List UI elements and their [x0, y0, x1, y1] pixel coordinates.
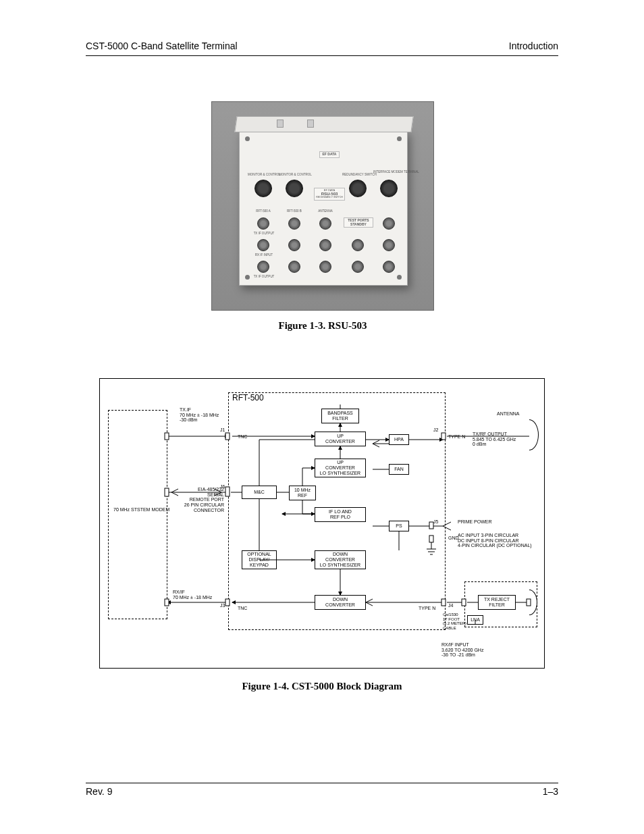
svg-rect-15: [225, 487, 230, 496]
rsu-503-photo: EF DATA EF DATA RSU-503 REDUNDANCY SWITC…: [211, 101, 434, 311]
header-left: CST-5000 C-Band Satellite Terminal: [86, 41, 238, 51]
page-footer: Rev. 9 1–3: [86, 783, 558, 797]
footer-left: Rev. 9: [86, 786, 112, 797]
figure-1-4: RFT-500 TX.IF 70 MHz ± -18 MHz -30 dBm 7…: [86, 378, 558, 692]
svg-rect-28: [441, 599, 446, 606]
svg-rect-47: [165, 488, 169, 496]
page-header: CST-5000 C-Band Satellite Terminal Intro…: [86, 41, 558, 54]
svg-rect-7: [441, 433, 446, 440]
svg-rect-1: [225, 433, 230, 440]
brand-plate: EF DATA: [319, 151, 340, 158]
wiring: [100, 379, 545, 669]
test-ports-plate: TEST PORTS STANDBY: [344, 217, 373, 228]
svg-rect-36: [429, 522, 433, 529]
header-right: Introduction: [509, 41, 558, 51]
model-plate: EF DATA RSU-503 REDUNDANCY SWITCH: [314, 188, 345, 201]
figure-1-3-caption: Figure 1-3. RSU-503: [211, 320, 434, 332]
figure-1-3: EF DATA EF DATA RSU-503 REDUNDANCY SWITC…: [211, 101, 434, 311]
block-diagram: RFT-500 TX.IF 70 MHz ± -18 MHz -30 dBm 7…: [99, 378, 545, 669]
figure-1-4-caption: Figure 1-4. CST-5000 Block Diagram: [86, 681, 558, 692]
svg-rect-48: [165, 599, 169, 606]
svg-rect-25: [225, 599, 230, 606]
header-rule: [86, 55, 558, 56]
rsu-503-device: EF DATA EF DATA RSU-503 REDUNDANCY SWITC…: [239, 130, 408, 286]
svg-rect-39: [429, 536, 433, 542]
svg-rect-33: [527, 599, 531, 606]
footer-right: 1–3: [543, 786, 558, 797]
svg-rect-46: [165, 433, 169, 440]
svg-rect-30: [462, 599, 466, 606]
